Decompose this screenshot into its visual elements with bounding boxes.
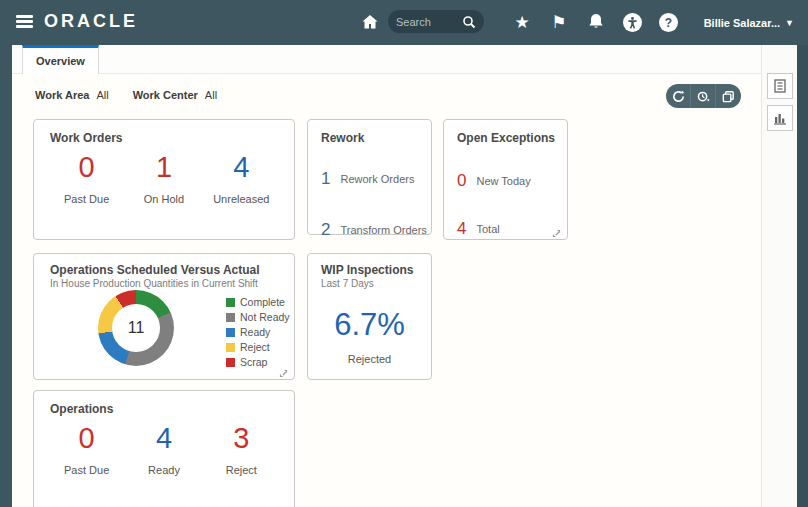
kv-value[interactable]: 0: [457, 171, 466, 191]
stat-label: Reject: [206, 464, 276, 476]
filter-value[interactable]: All: [96, 89, 108, 101]
menu-icon[interactable]: [16, 15, 33, 28]
user-menu[interactable]: Billie Salazar... ▼: [704, 0, 794, 45]
legend-swatch: [226, 343, 235, 352]
card-title: WIP Inspections: [321, 263, 431, 277]
kv-rework-orders: 1 Rework Orders: [321, 169, 431, 189]
sync-history-button[interactable]: [691, 84, 716, 108]
card-title: Work Orders: [50, 131, 294, 145]
tab-overview[interactable]: Overview: [22, 45, 99, 74]
filter-work-center: Work Center All: [133, 89, 217, 101]
card-title: Operations Scheduled Versus Actual: [50, 263, 294, 277]
stat-value[interactable]: 4: [129, 423, 199, 455]
global-header: ORACLE ★ ⚑ ? Billie Salazar... ▼: [0, 0, 808, 45]
card-subtitle: In House Production Quantities in Curren…: [50, 278, 294, 289]
stat-value[interactable]: 4: [206, 152, 276, 184]
stat-value[interactable]: 0: [52, 423, 122, 455]
card-title: Open Exceptions: [457, 131, 567, 145]
stat-label: Ready: [129, 464, 199, 476]
filter-label: Work Area: [35, 89, 89, 101]
bar-chart-button[interactable]: [767, 105, 793, 131]
legend-label: Ready: [240, 326, 270, 338]
resize-handle-icon[interactable]: [279, 365, 290, 376]
stat-ready: 4 Ready: [129, 423, 199, 476]
legend-item: Complete: [226, 296, 290, 308]
kv-value[interactable]: 1: [321, 169, 330, 189]
notifications-bell-icon[interactable]: [586, 12, 606, 33]
application-window: ORACLE ★ ⚑ ? Billie Salazar... ▼: [0, 0, 808, 507]
filter-value[interactable]: All: [205, 89, 217, 101]
user-name: Billie Salazar...: [704, 17, 780, 29]
wip-rejected-value[interactable]: 6.7%: [308, 307, 431, 343]
stat-past-due: 0 Past Due: [52, 152, 122, 205]
content-panel: Overview Work Area All Work Center All: [12, 45, 797, 507]
window-edge: [797, 45, 808, 507]
donut-legend: CompleteNot ReadyReadyRejectScrap: [226, 296, 290, 368]
wip-rejected-label: Rejected: [308, 353, 431, 365]
stat-label: Past Due: [52, 464, 122, 476]
dashboard-toolbar: [666, 84, 741, 108]
stat-past-due: 0 Past Due: [52, 423, 122, 476]
search-box[interactable]: [388, 10, 484, 33]
resize-handle-icon[interactable]: [552, 225, 563, 236]
donut-center-value: 11: [112, 304, 160, 352]
legend-item: Not Ready: [226, 311, 290, 323]
stat-label: Past Due: [52, 193, 122, 205]
card-work-orders: Work Orders 0 Past Due 1 On Hold 4 Unrel…: [33, 119, 295, 240]
kv-label: Rework Orders: [340, 173, 414, 185]
oracle-logo: ORACLE: [44, 11, 138, 32]
right-icon-rail: [761, 45, 797, 507]
search-icon[interactable]: [462, 15, 476, 29]
accessibility-icon[interactable]: [623, 13, 642, 32]
stat-value[interactable]: 1: [129, 152, 199, 184]
watchlist-flag-icon[interactable]: ⚑: [549, 14, 569, 31]
stat-label: On Hold: [129, 193, 199, 205]
legend-swatch: [226, 358, 235, 367]
layers-button[interactable]: [716, 84, 741, 108]
help-icon[interactable]: ?: [659, 13, 678, 32]
kv-label: New Today: [476, 175, 530, 187]
stat-value[interactable]: 3: [206, 423, 276, 455]
donut-chart: 11: [98, 290, 174, 366]
refresh-button[interactable]: [666, 84, 691, 108]
stat-unreleased: 4 Unreleased: [206, 152, 276, 205]
home-icon[interactable]: [360, 12, 380, 32]
legend-item: Reject: [226, 341, 290, 353]
filter-label: Work Center: [133, 89, 198, 101]
kv-total: 4 Total: [457, 219, 567, 239]
legend-label: Reject: [240, 341, 270, 353]
kv-new-today: 0 New Today: [457, 171, 567, 191]
kv-transform-orders: 2 Transform Orders: [321, 220, 431, 240]
filter-bar: Work Area All Work Center All: [35, 89, 217, 101]
legend-label: Scrap: [240, 356, 267, 368]
kv-label: Total: [476, 223, 499, 235]
stat-reject: 3 Reject: [206, 423, 276, 476]
caret-down-icon: ▼: [785, 18, 794, 28]
search-input[interactable]: [396, 16, 462, 28]
legend-label: Complete: [240, 296, 285, 308]
stat-label: Unreleased: [206, 193, 276, 205]
kv-value[interactable]: 4: [457, 219, 466, 239]
card-title: Operations: [50, 402, 294, 416]
card-open-exceptions: Open Exceptions 0 New Today 4 Total: [443, 119, 568, 240]
tab-strip: Overview: [12, 45, 797, 74]
card-wip-inspections: WIP Inspections Last 7 Days 6.7% Rejecte…: [307, 253, 432, 380]
header-icon-group: ★ ⚑ ?: [512, 0, 678, 45]
card-ops-vs-actual: Operations Scheduled Versus Actual In Ho…: [33, 253, 295, 380]
stat-on-hold: 1 On Hold: [129, 152, 199, 205]
stat-value[interactable]: 0: [52, 152, 122, 184]
infolets-document-button[interactable]: [767, 73, 793, 99]
legend-label: Not Ready: [240, 311, 290, 323]
card-title: Rework: [321, 131, 431, 145]
favorites-star-icon[interactable]: ★: [512, 14, 532, 31]
card-rework: Rework 1 Rework Orders 2 Transform Order…: [307, 119, 432, 235]
card-subtitle: Last 7 Days: [321, 278, 431, 289]
filter-work-area: Work Area All: [35, 89, 109, 101]
card-operations: Operations 0 Past Due 4 Ready 3 Reject: [33, 390, 295, 507]
kv-value[interactable]: 2: [321, 220, 330, 240]
legend-swatch: [226, 328, 235, 337]
kv-label: Transform Orders: [340, 224, 426, 236]
legend-swatch: [226, 298, 235, 307]
legend-swatch: [226, 313, 235, 322]
legend-item: Ready: [226, 326, 290, 338]
